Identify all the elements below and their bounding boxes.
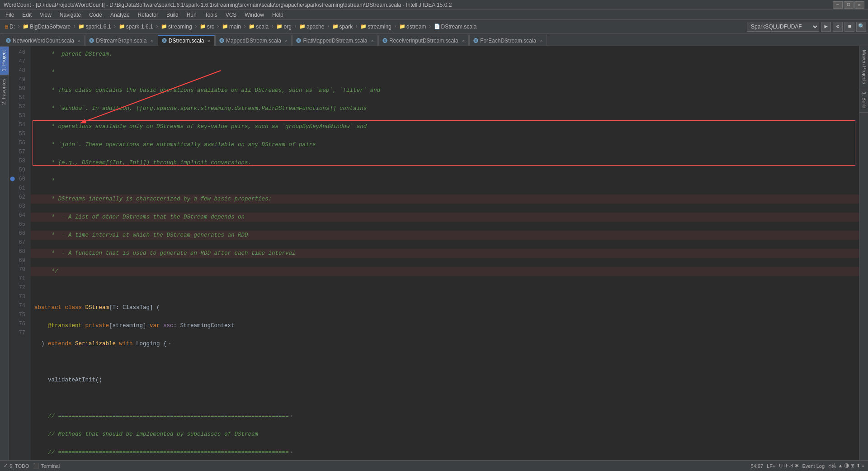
breadcrumb-item-spark[interactable]: 📁spark [330,23,354,31]
menu-item-edit[interactable]: Edit [19,11,35,19]
menu-item-view[interactable]: View [36,11,55,19]
breadcrumb-item-main[interactable]: 📁main [220,23,243,31]
menu-item-refactor[interactable]: Refactor [134,11,162,19]
build-panel[interactable]: 1: Build [859,88,868,113]
fold-indicator[interactable]: ▸ [291,412,293,421]
code-area[interactable]: * parent DStream. * * This class contain… [31,46,859,460]
debug-button[interactable]: ⚙ [833,22,843,32]
tab-mappeddstream-scala[interactable]: 🅢MappedDStream.scala× [215,35,292,46]
menu-item-build[interactable]: Build [163,11,182,19]
breadcrumb-label: DStream.scala [441,24,477,30]
line-number-50: 50 [9,84,28,93]
code-line-61: @transient private[streaming] var ssc: S… [31,321,859,330]
svg-line-0 [80,71,221,123]
run-button[interactable]: ▶ [821,22,831,32]
breadcrumb-sep: › [73,24,76,30]
line-number-62: 62 [9,193,28,202]
menu-item-vcs[interactable]: VCS [222,11,241,19]
fold-indicator[interactable]: ▸ [291,448,293,457]
tab-label: NetworkWordCount.scala [13,38,74,44]
menu-item-window[interactable]: Window [241,11,268,19]
tab-close-button[interactable]: × [540,38,542,43]
breadcrumb-item-spark1-6.1[interactable]: 📁spark1.6.1 [76,23,113,31]
line-number-68: 68 [9,247,28,256]
breadcrumb-label: org [283,24,291,30]
toolbar-right: SparkSQLUDFUDAF ▶ ⚙ ■ 🔍 [747,22,866,32]
sidebar-item-favorites[interactable]: 2: Favorites [0,75,9,108]
stop-button[interactable]: ■ [844,22,854,32]
line-number-76: 76 [9,319,28,328]
breadcrumb-sep: › [271,24,274,30]
code-token [34,50,48,59]
close-button[interactable]: ✕ [854,1,864,9]
breadcrumb-item-org[interactable]: 📁org [274,23,293,31]
maven-projects-panel[interactable]: Maven Projects [859,46,868,88]
line-number-56: 56 [9,138,28,147]
main-layout: 1: Project 2: Favorites 4647484950515253… [0,46,868,460]
code-token [34,267,48,276]
menu-item-file[interactable]: File [2,11,18,19]
line-number-75: 75 [9,310,28,319]
tab-close-button[interactable]: × [208,38,210,43]
menu-item-navigate[interactable]: Navigate [56,11,85,19]
breadcrumb-label: scala [256,24,269,30]
code-line-65 [31,394,859,403]
fold-indicator[interactable]: ▸ [169,339,171,348]
todo-tab[interactable]: ✓ 6: TODO [4,463,29,469]
breadcrumb-item-bigdatasoftware[interactable]: 📁BigDataSoftware [21,23,72,31]
menu-item-tools[interactable]: Tools [201,11,221,19]
tab-dstreamgraph-scala[interactable]: 🅢DStreamGraph.scala× [85,35,157,46]
breadcrumb-item-dstream[interactable]: 📁dstream [397,23,428,31]
code-token: // =====================================… [48,412,289,421]
search-combo[interactable]: SparkSQLUDFUDAF [747,22,819,32]
minimize-button[interactable]: — [833,1,843,9]
tab-close-button[interactable]: × [78,38,80,43]
line-number-46: 46 [9,48,28,57]
search-button[interactable]: 🔍 [856,22,866,32]
code-line-56: * - A time interval at which the DStream… [31,231,859,240]
breadcrumb-item-spark-1-6.1[interactable]: 📁spark-1.6.1 [117,23,155,31]
breadcrumb-label: main [229,24,241,30]
code-token [34,140,48,149]
tab-dstream-scala[interactable]: 🅢DStream.scala× [158,35,215,46]
tab-receiverinputdstream-scala[interactable]: 🅢ReceiverInputDStream.scala× [378,35,469,46]
breadcrumb-item-src[interactable]: 📁src [198,23,216,31]
menu-item-help[interactable]: Help [269,11,287,19]
folder-icon: 🖥 [4,24,9,29]
menu-item-analyze[interactable]: Analyze [107,11,133,19]
tab-close-button[interactable]: × [150,38,153,43]
status-left: ✓ 6: TODO ⬛ Terminal [4,463,60,469]
breadcrumb-item-scala[interactable]: 📁scala [247,23,270,31]
tab-close-button[interactable]: × [462,38,465,43]
code-line-57: * - A function that is used to generate … [31,249,859,258]
tab-flatmappeddstream-scala[interactable]: 🅢FlatMappedDStream.scala× [292,35,378,46]
sidebar-item-project[interactable]: 1: Project [0,46,9,75]
event-log[interactable]: Event Log [802,463,825,469]
code-line-59 [31,285,859,294]
breadcrumb-label: spark [340,24,353,30]
code-line-47: * [31,68,859,77]
breadcrumb-item-dstream-scala[interactable]: 📄DStream.scala [432,23,479,31]
breadcrumb-label: dstream [406,24,426,30]
breadcrumb-item-d:[interactable]: 🖥D: [2,23,17,31]
maximize-button[interactable]: □ [844,1,854,9]
tab-file-icon: 🅢 [162,38,167,43]
code-line-64: validateAtInit() [31,376,859,385]
breadcrumb-item-streaming[interactable]: 📁streaming [159,23,194,31]
line-number-57: 57 [9,147,28,157]
breadcrumb-item-apache[interactable]: 📁apache [297,23,326,31]
code-token: * - A function that is used to generate … [48,249,296,258]
tab-close-button[interactable]: × [371,38,373,43]
terminal-tab[interactable]: ⬛ Terminal [33,463,60,469]
menu-item-run[interactable]: Run [183,11,200,19]
folder-icon: 📁 [332,24,339,29]
tab-networkwordcount-scala[interactable]: 🅢NetworkWordCount.scala× [2,35,85,46]
tab-close-button[interactable]: × [285,38,288,43]
folder-icon: 📁 [299,24,306,29]
encoding: UTF-8 ✱ [779,463,798,469]
breadcrumb-sep: › [394,24,397,30]
tab-foreachdstream-scala[interactable]: 🅢ForEachDStream.scala× [469,35,547,46]
breadcrumb-item-streaming[interactable]: 📁streaming [359,23,393,31]
menu-item-code[interactable]: Code [85,11,106,19]
breadcrumb-label: spark-1.6.1 [126,24,153,30]
